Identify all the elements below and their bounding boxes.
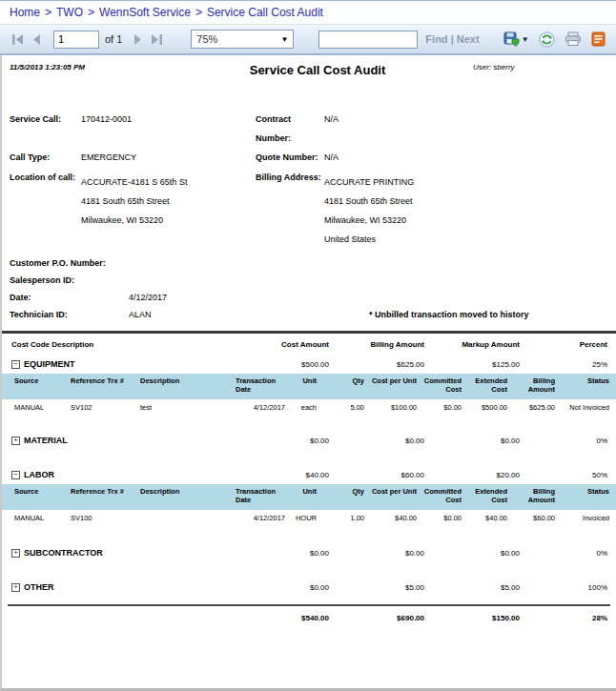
- billing-address-line: Milwaukee, WI 53220: [324, 211, 414, 230]
- chevron-down-icon: ▼: [280, 35, 288, 44]
- group-billing-amount: $60.00: [329, 471, 424, 479]
- col-qty: Qty: [317, 376, 364, 385]
- previous-page-icon: [32, 34, 41, 45]
- group-billing-amount: $625.00: [329, 360, 424, 369]
- cell-cost-per-unit: $40.00: [364, 514, 417, 522]
- collapse-icon[interactable]: −: [11, 471, 20, 479]
- first-page-icon: [11, 34, 24, 45]
- detail-header-row: Source Reference Trx # Description Trans…: [2, 374, 616, 399]
- group-cost-amount: $0.00: [234, 583, 329, 592]
- col-committed-cost: Committed Cost: [417, 487, 462, 504]
- cell-status: Not Invoiced: [555, 403, 609, 412]
- col-source: Source: [14, 487, 71, 496]
- find-text-input[interactable]: [318, 30, 418, 49]
- group-markup-amount: $0.00: [424, 437, 520, 445]
- report-viewer-toolbar: of 1 75% ▼ Find | Next ▼: [0, 25, 616, 55]
- group-row-subcontractor: + SUBCONTRACTOR $0.00 $0.00 $0.00 0%: [2, 543, 616, 562]
- breadcrumb: Home > TWO > WennSoft Service > Service …: [0, 0, 616, 25]
- zoom-value: 75%: [196, 33, 217, 45]
- table-row: MANUAL SV100 4/12/2017 HOUR 1.00 $40.00 …: [2, 510, 616, 528]
- billing-address-line: United States: [324, 230, 414, 249]
- find-next-divider: |: [451, 33, 454, 45]
- report-header: 11/5/2013 1:23:05 PM Service Call Cost A…: [2, 55, 616, 77]
- last-page-button[interactable]: [147, 30, 166, 49]
- expand-icon[interactable]: +: [11, 583, 20, 592]
- collapse-icon[interactable]: −: [11, 360, 20, 369]
- expand-icon[interactable]: +: [11, 437, 20, 445]
- col-percent: Percent: [520, 340, 607, 349]
- location-label: Location of call:: [10, 173, 81, 249]
- service-call-label: Service Call:: [10, 110, 81, 148]
- breadcrumb-link-two[interactable]: TWO: [56, 6, 83, 19]
- total-percent: 28%: [520, 614, 607, 622]
- col-cost-per-unit: Cost per Unit: [364, 487, 417, 496]
- cell-qty: 5.00: [317, 403, 364, 412]
- col-cost-amount: Cost Amount: [234, 340, 329, 349]
- location-line: ACCURATE-4181 S 65th St: [81, 173, 187, 192]
- data-feed-icon: [591, 31, 606, 47]
- cost-table-header: Cost Code Description Cost Amount Billin…: [2, 334, 616, 355]
- report-fields: Service Call: 170412-0001 Contract Numbe…: [2, 110, 616, 323]
- breadcrumb-link-report[interactable]: Service Call Cost Audit: [207, 6, 323, 19]
- cell-trx-date: 4/12/2017: [236, 514, 285, 522]
- refresh-button[interactable]: [536, 30, 558, 50]
- col-committed-cost: Committed Cost: [417, 376, 462, 394]
- group-markup-amount: $125.00: [424, 360, 520, 369]
- customer-po-label: Customer P.O. Number:: [10, 254, 106, 272]
- col-qty: Qty: [317, 487, 364, 496]
- cell-unit: HOUR: [285, 514, 317, 522]
- page-number-input[interactable]: [53, 30, 99, 49]
- group-percent: 50%: [520, 471, 607, 479]
- export-button[interactable]: ▼: [501, 30, 532, 49]
- next-link[interactable]: Next: [457, 33, 480, 45]
- quote-number-label: Quote Number:: [256, 148, 324, 167]
- breadcrumb-separator: >: [45, 6, 51, 19]
- billing-address-line: 4181 South 65th Street: [324, 192, 414, 211]
- group-row-labor: − LABOR $40.00 $60.00 $20.00 50%: [2, 465, 616, 484]
- cell-qty: 1.00: [317, 514, 364, 522]
- breadcrumb-separator: >: [195, 6, 202, 19]
- cell-extended-cost: $40.00: [462, 514, 507, 522]
- cell-status: Invoiced: [555, 514, 609, 522]
- cell-committed-cost: $0.00: [417, 403, 462, 412]
- expand-icon[interactable]: +: [11, 549, 20, 558]
- col-unit: Unit: [285, 487, 317, 496]
- location-line: 4181 South 65th Street: [81, 192, 187, 211]
- cell-extended-cost: $500.00: [462, 403, 507, 412]
- group-percent: 25%: [520, 360, 607, 369]
- group-billing-amount: $0.00: [329, 549, 424, 558]
- breadcrumb-link-home[interactable]: Home: [10, 6, 40, 19]
- export-save-icon: [503, 31, 520, 47]
- printer-icon: [565, 31, 582, 47]
- unbilled-note: * Unbilled transaction moved to history: [369, 306, 529, 323]
- previous-page-button[interactable]: [27, 30, 46, 49]
- col-description: Description: [140, 487, 236, 496]
- refresh-icon: [539, 31, 555, 48]
- find-next-links: Find | Next: [425, 33, 479, 45]
- group-name-label: LABOR: [24, 470, 54, 479]
- service-call-value: 170412-0001: [81, 110, 256, 148]
- next-page-icon: [133, 34, 142, 45]
- col-billing-amount: Billing Amount: [507, 376, 555, 394]
- call-type-value: EMERGENCY: [81, 148, 256, 167]
- group-markup-amount: $5.00: [424, 583, 520, 592]
- first-page-button[interactable]: [8, 30, 27, 49]
- col-reference-trx: Reference Trx #: [71, 487, 140, 496]
- detail-header-row: Source Reference Trx # Description Trans…: [2, 484, 616, 510]
- group-name-label: SUBCONTRACTOR: [24, 548, 103, 558]
- col-transaction-date: Transaction Date: [236, 376, 285, 394]
- print-button[interactable]: [562, 30, 585, 49]
- group-cost-amount: $0.00: [234, 437, 329, 445]
- next-page-button[interactable]: [128, 30, 147, 49]
- cell-cost-per-unit: $100.00: [364, 403, 417, 412]
- date-value: 4/12/2017: [129, 289, 167, 306]
- group-cost-amount: $500.00: [234, 360, 329, 369]
- group-markup-amount: $0.00: [424, 549, 520, 558]
- export-data-feed-button[interactable]: [588, 30, 608, 49]
- col-transaction-date: Transaction Date: [236, 487, 285, 504]
- find-link[interactable]: Find: [425, 33, 447, 45]
- report-page: 11/5/2013 1:23:05 PM Service Call Cost A…: [0, 55, 616, 691]
- zoom-select[interactable]: 75% ▼: [191, 30, 294, 49]
- breadcrumb-link-wennsoft-service[interactable]: WennSoft Service: [99, 6, 191, 19]
- col-billing-amount: Billing Amount: [329, 340, 424, 349]
